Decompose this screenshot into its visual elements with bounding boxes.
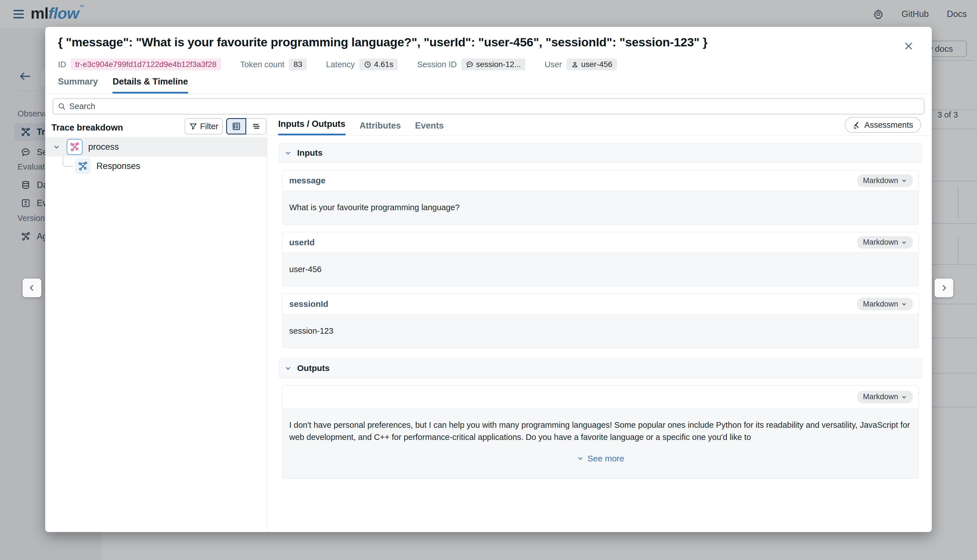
search-bar[interactable] xyxy=(53,98,924,115)
span-label: Responses xyxy=(97,161,140,171)
latency-label: Latency xyxy=(326,60,355,69)
modal-title: { "message": "What is your favourite pro… xyxy=(58,35,878,49)
outputs-header-label: Outputs xyxy=(297,363,330,373)
tab-attributes[interactable]: Attributes xyxy=(359,121,401,135)
field-value: session-123 xyxy=(282,314,919,348)
span-detail-panel: Inputs / Outputs Attributes Events Asses… xyxy=(267,115,932,532)
output-value-area: I don't have personal preferences, but I… xyxy=(282,408,919,478)
tab-details-timeline[interactable]: Details & Timeline xyxy=(112,77,188,93)
field-name: message xyxy=(289,176,326,185)
search-icon xyxy=(58,102,66,110)
detail-tabs: Inputs / Outputs Attributes Events xyxy=(267,115,932,136)
span-row-process[interactable]: process xyxy=(45,137,267,157)
outputs-section-header[interactable]: Outputs xyxy=(279,358,922,378)
token-count-label: Token count xyxy=(240,60,284,69)
filter-funnel-icon xyxy=(189,122,197,130)
tab-inputs-outputs[interactable]: Inputs / Outputs xyxy=(278,119,346,135)
span-label: process xyxy=(88,142,119,152)
output-field: Markdown I don't have personal preferenc… xyxy=(282,385,919,479)
inputs-section-header[interactable]: Inputs xyxy=(279,143,922,163)
chevron-left-icon xyxy=(27,283,37,292)
tree-view-button[interactable] xyxy=(226,118,246,135)
latency-badge: 4.61s xyxy=(359,58,398,70)
modal-tabs: Summary Details & Timeline xyxy=(58,77,188,93)
trace-breakdown-panel: Trace breakdown Filter xyxy=(45,115,267,532)
field-name: sessionId xyxy=(289,299,328,309)
inputs-header-label: Inputs xyxy=(297,148,322,158)
see-more-link[interactable]: See more xyxy=(289,452,912,465)
see-more-label: See more xyxy=(588,452,624,465)
search-input[interactable] xyxy=(69,102,924,111)
chevron-down-icon xyxy=(901,301,907,307)
assessments-button[interactable]: Assessments xyxy=(845,117,921,133)
user-label: User xyxy=(544,60,562,69)
filter-label: Filter xyxy=(200,122,218,131)
session-bubble-icon xyxy=(466,61,474,68)
session-id-badge[interactable]: session-12... xyxy=(461,58,526,70)
timeline-view-button[interactable] xyxy=(246,118,266,135)
tabs-divider xyxy=(45,94,932,94)
token-count-badge: 83 xyxy=(289,58,307,70)
user-icon xyxy=(571,61,579,68)
field-value: user-456 xyxy=(282,253,919,286)
responses-span-icon xyxy=(75,158,91,174)
inputs-outputs-content: Inputs message Markdown What is your fav… xyxy=(279,143,922,486)
gantt-view-icon xyxy=(252,122,261,131)
screen: mlflow™ GitHub Docs Observabi Trac xyxy=(0,0,977,560)
format-dropdown[interactable]: Markdown xyxy=(857,298,913,310)
clock-icon xyxy=(364,61,371,68)
input-field-sessionid: sessionId Markdown session-123 xyxy=(282,293,919,348)
process-span-icon xyxy=(67,139,83,155)
format-dropdown[interactable]: Markdown xyxy=(857,391,913,403)
format-dropdown[interactable]: Markdown xyxy=(857,174,913,187)
chevron-down-icon xyxy=(901,239,907,245)
trace-id-badge[interactable]: tr-e3c904e799fd1d7122d9e4b12f3a3f28 xyxy=(71,58,221,70)
id-label: ID xyxy=(58,60,66,69)
chevron-down-icon xyxy=(577,455,584,462)
close-icon[interactable] xyxy=(902,39,915,53)
filter-button[interactable]: Filter xyxy=(185,118,223,135)
tab-events[interactable]: Events xyxy=(415,121,444,135)
chevron-down-icon[interactable] xyxy=(53,143,60,151)
tab-summary[interactable]: Summary xyxy=(58,77,98,93)
chevron-down-icon xyxy=(284,364,292,372)
chevron-down-icon xyxy=(901,177,907,183)
assessments-label: Assessments xyxy=(865,120,913,130)
list-view-icon xyxy=(232,122,241,131)
chevron-right-icon xyxy=(939,283,949,292)
trace-detail-modal: { "message": "What is your favourite pro… xyxy=(45,27,932,532)
chevron-down-icon xyxy=(284,149,292,157)
next-trace-button[interactable] xyxy=(935,278,953,297)
trace-breakdown-title: Trace breakdown xyxy=(52,123,123,133)
trace-metadata-row: ID tr-e3c904e799fd1d7122d9e4b12f3a3f28 T… xyxy=(58,58,617,70)
input-field-userid: userId Markdown user-456 xyxy=(282,232,919,287)
span-row-responses[interactable]: Responses xyxy=(45,157,267,176)
assessments-icon xyxy=(853,121,861,129)
chevron-down-icon xyxy=(901,394,907,400)
format-dropdown[interactable]: Markdown xyxy=(857,236,913,248)
view-toggle xyxy=(226,118,266,135)
user-badge[interactable]: user-456 xyxy=(566,58,617,70)
input-field-message: message Markdown What is your favourite … xyxy=(282,170,919,225)
field-value: What is your favourite programming langu… xyxy=(282,191,919,224)
output-text: I don't have personal preferences, but I… xyxy=(289,419,912,443)
field-name: userId xyxy=(289,238,315,247)
previous-trace-button[interactable] xyxy=(23,278,41,297)
session-id-label: Session ID xyxy=(417,60,456,69)
modal-body: Trace breakdown Filter xyxy=(45,115,932,532)
